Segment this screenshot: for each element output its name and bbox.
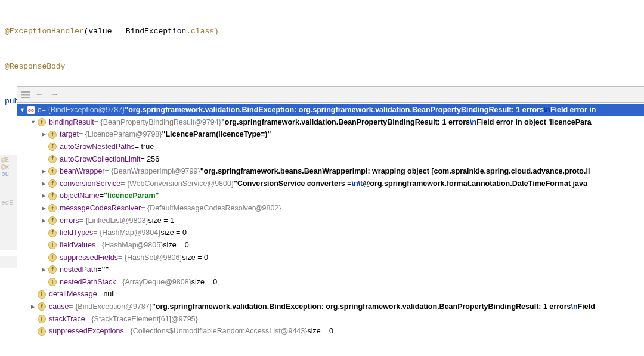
var-name: cause: [49, 301, 69, 313]
var-name: target: [60, 128, 79, 141]
var-name: suppressedExceptions: [49, 325, 124, 338]
var-name: errors: [60, 215, 79, 227]
var-row-nestedPath[interactable]: ▶fnestedPath = "": [17, 264, 644, 276]
field-icon: f: [48, 179, 57, 188]
editor-gutter: @E @R pu edE: [0, 155, 17, 250]
var-name: messageCodesResolver: [60, 202, 141, 215]
var-row-errors[interactable]: ▶ferrors = {LinkedList@9803} size = 1: [17, 215, 644, 227]
var-row-fieldTypes[interactable]: ffieldTypes = {HashMap@9804} size = 0: [17, 227, 644, 239]
var-row-target[interactable]: ▶ftarget = {LicenceParam@9798} "LicenceP…: [17, 128, 644, 141]
var-row-messageCodesResolver[interactable]: ▶fmessageCodesResolver = {DefaultMessage…: [17, 202, 644, 215]
var-row-autoGrowNestedPaths[interactable]: fautoGrowNestedPaths = true: [17, 141, 644, 153]
var-name: fieldValues: [60, 239, 95, 252]
variables-tree[interactable]: ▼ oo e = {BindException@9787} "org.sprin…: [17, 103, 644, 339]
var-name: beanWrapper: [60, 165, 105, 178]
var-row-fieldValues[interactable]: ffieldValues = {HashMap@9805} size = 0: [17, 239, 644, 252]
var-row-autoGrowCollectionLimit[interactable]: fautoGrowCollectionLimit = 256: [17, 153, 644, 166]
field-icon: f: [48, 253, 57, 262]
field-icon: f: [48, 204, 57, 212]
expand-toggle[interactable]: ▶: [41, 204, 47, 213]
svg-rect-0: [21, 91, 30, 93]
var-row-stackTrace[interactable]: fstackTrace = {StackTraceElement[61]@979…: [17, 313, 644, 326]
svg-rect-1: [21, 94, 30, 95]
var-name: autoGrowNestedPaths: [60, 141, 135, 153]
field-icon: f: [48, 167, 57, 175]
field-icon: f: [48, 131, 57, 139]
field-icon: f: [48, 229, 57, 237]
var-row-cause[interactable]: ▶fcause = {BindException@9787} "org.spri…: [17, 301, 644, 313]
var-row-bindingResult[interactable]: ▼fbindingResult = {BeanPropertyBindingRe…: [17, 116, 644, 129]
debug-toolbar: ← →: [17, 87, 644, 103]
var-row-nestedPathStack[interactable]: fnestedPathStack = {ArrayDeque@9808} siz…: [17, 276, 644, 289]
expand-toggle[interactable]: ▶: [41, 265, 47, 274]
var-row-detailMessage[interactable]: fdetailMessage = null: [17, 288, 644, 301]
field-icon: f: [48, 155, 57, 163]
var-name: suppressedFields: [60, 252, 118, 264]
expand-toggle[interactable]: ▼: [19, 106, 26, 114]
var-name: conversionService: [60, 178, 120, 190]
debug-variables-panel: ← → ▼ oo e = {BindException@9787} "org.s…: [17, 86, 644, 356]
annotation-response-body: @ResponseBody: [5, 62, 65, 71]
var-row-conversionService[interactable]: ▶fconversionService = {WebConversionServ…: [17, 178, 644, 190]
field-icon: f: [38, 118, 46, 126]
field-icon: f: [48, 265, 57, 274]
field-icon: f: [38, 290, 46, 299]
var-name: nestedPathStack: [60, 276, 116, 289]
var-root-e[interactable]: ▼ oo e = {BindException@9787} "org.sprin…: [17, 104, 644, 116]
oo-badge-icon: oo: [27, 106, 35, 114]
var-name: detailMessage: [49, 288, 97, 301]
field-icon: f: [38, 302, 46, 311]
var-row-suppressedFields[interactable]: fsuppressedFields = {HashSet@9806} size …: [17, 252, 644, 264]
expand-toggle[interactable]: ▶: [41, 191, 47, 200]
var-name: objectName: [60, 190, 100, 202]
field-icon: f: [48, 241, 57, 249]
field-icon: f: [48, 278, 57, 286]
annotation-exception-handler: @ExceptionHandler: [5, 27, 84, 36]
nav-back-icon[interactable]: ←: [37, 91, 47, 99]
expand-toggle[interactable]: ▶: [41, 179, 47, 188]
editor-gutter-lower: [0, 256, 17, 268]
var-row-objectName[interactable]: ▶fobjectName = "licenceParam": [17, 190, 644, 202]
field-icon: f: [48, 192, 57, 200]
var-name: autoGrowCollectionLimit: [60, 153, 140, 166]
var-name: fieldTypes: [60, 227, 93, 239]
expand-toggle[interactable]: ▶: [41, 167, 47, 176]
field-icon: f: [48, 143, 57, 151]
stack-frames-icon[interactable]: [21, 91, 31, 99]
var-row-suppressedExceptions[interactable]: fsuppressedExceptions = {Collections$Unm…: [17, 325, 644, 338]
var-name: bindingResult: [49, 116, 94, 129]
nav-forward-icon[interactable]: →: [52, 91, 62, 99]
expand-toggle[interactable]: ▶: [30, 302, 36, 311]
field-icon: f: [48, 216, 57, 225]
var-name: nestedPath: [60, 264, 97, 276]
field-icon: f: [38, 327, 46, 336]
svg-rect-2: [21, 97, 30, 98]
expand-toggle[interactable]: ▶: [41, 216, 47, 225]
var-name: stackTrace: [49, 313, 85, 326]
var-row-beanWrapper[interactable]: ▶fbeanWrapper = {BeanWrapperImpl@9799} "…: [17, 165, 644, 178]
expand-toggle[interactable]: ▼: [30, 118, 36, 127]
expand-toggle[interactable]: ▶: [41, 130, 47, 139]
field-icon: f: [38, 315, 46, 323]
